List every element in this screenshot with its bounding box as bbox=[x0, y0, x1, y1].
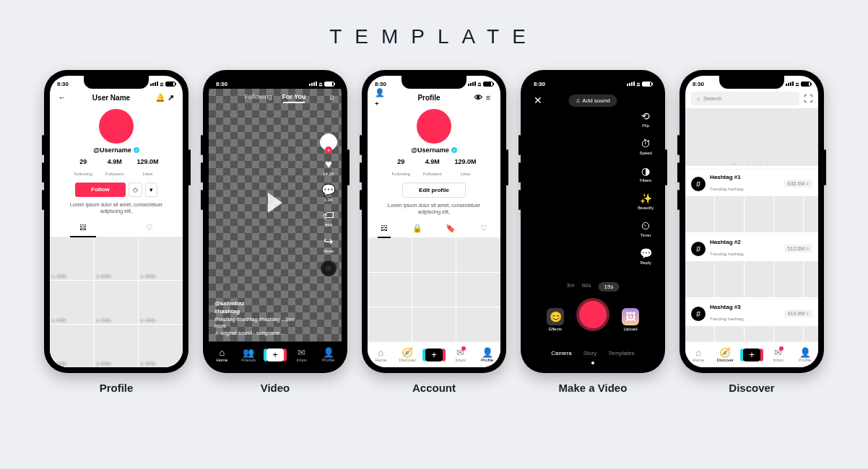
tab-grid[interactable]: 𝍌 bbox=[368, 219, 401, 237]
tool-reply[interactable]: 💬Reply bbox=[640, 247, 652, 265]
friends-icon: 👥 bbox=[243, 348, 254, 357]
stat-likes[interactable]: 129.0MLikes bbox=[137, 158, 159, 178]
instagram-button[interactable]: ◇ bbox=[129, 183, 142, 197]
tab-foryou[interactable]: For You bbox=[282, 93, 305, 100]
scan-icon[interactable]: ⛶ bbox=[804, 94, 812, 104]
eye-icon[interactable]: 👁 bbox=[473, 92, 483, 102]
share-button[interactable]: ↪More bbox=[324, 234, 334, 253]
nav-home[interactable]: ⌂Home bbox=[685, 342, 712, 367]
banner[interactable] bbox=[685, 108, 818, 166]
share-icon[interactable]: ↗ bbox=[165, 92, 175, 102]
phones-row: 8:30 ⩍ ← User Name 🔔 ↗ @Username✓ 29Foll… bbox=[0, 70, 868, 395]
grid-cell[interactable]: ▷ 578k bbox=[50, 325, 94, 367]
grid-cell[interactable]: ▷ 578k bbox=[95, 281, 139, 323]
tab-liked[interactable]: ♡ bbox=[467, 219, 500, 237]
filters-icon: ◑ bbox=[641, 165, 650, 177]
search-input[interactable]: ⌕Search bbox=[691, 92, 799, 105]
add-user-icon[interactable]: 👤₊ bbox=[375, 92, 385, 102]
avatar[interactable] bbox=[417, 109, 451, 144]
grid-cell[interactable]: ▷ 578k bbox=[139, 325, 183, 367]
grid-cell[interactable]: ▷ 578k bbox=[139, 237, 183, 280]
back-icon[interactable]: ← bbox=[57, 92, 67, 102]
tool-timer[interactable]: ⏲Timer bbox=[641, 220, 651, 237]
caption-profile: Profile bbox=[100, 382, 134, 395]
hashtag-row[interactable]: # Hashtag #3Trending hashtag 418.9M > bbox=[685, 299, 818, 341]
nav-create[interactable]: + bbox=[739, 342, 765, 367]
hashtag-row[interactable]: # Hashtag #2Trending hashtag 512.0M > bbox=[685, 234, 818, 299]
mode-templates[interactable]: Templates bbox=[608, 350, 634, 356]
mode-story[interactable]: Story bbox=[583, 350, 597, 356]
video-grid: ▷ 578k ▷ 578k ▷ 578k ▷ 578k ▷ 578k ▷ 578… bbox=[50, 237, 183, 367]
grid-cell[interactable]: ▷ 578k bbox=[139, 281, 183, 323]
caption-text[interactable]: #hashtag #hashtag #hashtag ...See more bbox=[214, 317, 295, 329]
tool-filters[interactable]: ◑Filters bbox=[640, 165, 651, 183]
play-icon[interactable] bbox=[268, 193, 282, 213]
follow-button[interactable]: Follow bbox=[75, 183, 125, 197]
nav-discover[interactable]: 🧭Discover bbox=[712, 342, 739, 367]
sound-disc[interactable] bbox=[321, 260, 337, 276]
grid-cell[interactable]: ▷ 578k bbox=[95, 237, 139, 280]
video-strip[interactable] bbox=[685, 195, 818, 234]
stat-followers[interactable]: 4.9MFollowers bbox=[423, 158, 442, 178]
nav-discover[interactable]: 🧭Discover bbox=[394, 342, 421, 367]
grid-cell[interactable]: ▷ 578k bbox=[95, 325, 139, 367]
add-sound-button[interactable]: ♫Add sound bbox=[568, 95, 617, 107]
avatar[interactable] bbox=[99, 109, 134, 144]
edit-profile-button[interactable]: Edit profile bbox=[402, 183, 466, 198]
upload-button[interactable]: 🖼Upload bbox=[622, 308, 639, 331]
menu-icon[interactable]: ≡ bbox=[483, 92, 493, 102]
tab-grid[interactable]: 𝍌 bbox=[50, 219, 116, 237]
search-icon: ⌕ bbox=[697, 95, 700, 102]
tab-liked[interactable]: ♡ bbox=[116, 219, 183, 237]
col-profile: 8:30 ⩍ ← User Name 🔔 ↗ @Username✓ 29Foll… bbox=[44, 70, 188, 395]
effects-button[interactable]: 😊Effects bbox=[547, 308, 564, 331]
search-icon[interactable]: ⌕ bbox=[329, 92, 334, 102]
hashtag-row[interactable]: # Hashtag #1Trending hashtag 630.5M > bbox=[685, 169, 818, 234]
grid-cell[interactable]: ▷ 578k bbox=[50, 281, 94, 323]
tool-flip[interactable]: ⟲Flip bbox=[641, 110, 650, 128]
sound-link[interactable]: ♫original sound - songname... bbox=[214, 330, 305, 337]
dur-3m[interactable]: 3m bbox=[567, 282, 575, 292]
nav-friends[interactable]: 👥Friends bbox=[235, 342, 262, 367]
video-area[interactable]: Following For You ⌕ ♥14.2K 💬1.3K 🏷854 ↪M… bbox=[209, 89, 342, 341]
stat-following[interactable]: 29Following bbox=[74, 158, 92, 178]
nav-inbox[interactable]: ✉Inbox bbox=[288, 342, 315, 367]
stat-followers[interactable]: 4.9MFollowers bbox=[105, 158, 124, 178]
stat-likes[interactable]: 129.0MLikes bbox=[455, 158, 477, 178]
nav-profile[interactable]: 👤Profile bbox=[791, 342, 818, 367]
video-info: @salimtiaz #hashtag #hashtag #hashtag #h… bbox=[214, 299, 305, 337]
author-handle[interactable]: @salimtiaz bbox=[214, 300, 245, 307]
save-button[interactable]: 🏷854 bbox=[323, 209, 334, 227]
nav-create[interactable]: + bbox=[421, 342, 448, 367]
nav-create[interactable]: + bbox=[262, 342, 289, 367]
verified-icon: ✓ bbox=[451, 147, 457, 153]
close-icon[interactable]: ✕ bbox=[534, 95, 542, 106]
stat-following[interactable]: 29Following bbox=[391, 158, 409, 178]
tab-saved[interactable]: 🔖 bbox=[434, 219, 467, 237]
tool-beautify[interactable]: ✨Beautify bbox=[638, 193, 654, 210]
record-button[interactable] bbox=[576, 298, 609, 331]
tool-speed[interactable]: ⏱Speed bbox=[639, 138, 651, 155]
dropdown-button[interactable]: ▾ bbox=[145, 183, 157, 197]
grid-cell[interactable] bbox=[368, 238, 412, 272]
nav-home[interactable]: ⌂Home bbox=[368, 342, 394, 367]
dur-60s[interactable]: 60s bbox=[582, 282, 591, 292]
tab-private[interactable]: 🔒 bbox=[401, 219, 434, 237]
comment-button[interactable]: 💬1.3K bbox=[321, 183, 336, 202]
wifi-icon: ⩍ bbox=[160, 81, 163, 87]
bell-icon[interactable]: 🔔 bbox=[155, 92, 165, 102]
nav-profile[interactable]: 👤Profile bbox=[474, 342, 500, 367]
nav-inbox[interactable]: ✉Inbox bbox=[447, 342, 474, 367]
grid-cell[interactable]: ▷ 578k bbox=[50, 237, 94, 280]
home-icon: ⌂ bbox=[378, 348, 383, 357]
nav-inbox[interactable]: ✉Inbox bbox=[765, 342, 791, 367]
like-button[interactable]: ♥14.2K bbox=[323, 158, 334, 176]
tab-following[interactable]: Following bbox=[244, 93, 272, 100]
notch bbox=[719, 76, 784, 89]
nav-home[interactable]: ⌂Home bbox=[209, 342, 235, 367]
dur-15s[interactable]: 15s bbox=[599, 282, 620, 292]
nav-profile[interactable]: 👤Profile bbox=[315, 342, 342, 367]
col-video: 8:30 ⩍ Following For You ⌕ ♥14.2K 💬1.3K … bbox=[203, 70, 347, 395]
author-avatar[interactable] bbox=[320, 133, 337, 151]
mode-camera[interactable]: Camera bbox=[551, 350, 571, 356]
